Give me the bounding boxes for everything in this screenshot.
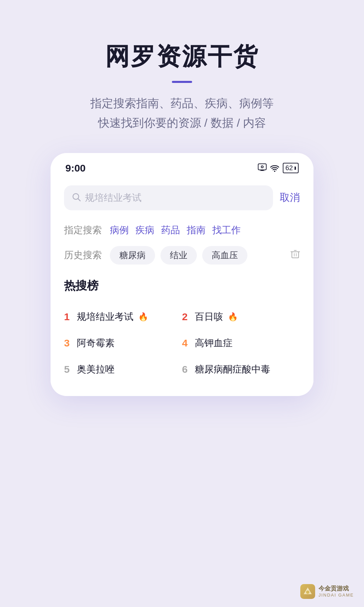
hot-search-title: 热搜榜 bbox=[64, 278, 300, 294]
hot-item-2[interactable]: 2 百日咳 🔥 bbox=[182, 304, 300, 330]
tag-binglie[interactable]: 病例 bbox=[110, 224, 129, 237]
status-icons: 62 bbox=[258, 163, 299, 173]
history-search-label: 历史搜索 bbox=[64, 249, 102, 262]
subtitle: 指定搜索指南、药品、疾病、病例等 快速找到你要的资源 / 数据 / 内容 bbox=[90, 94, 274, 133]
hot-rank-1: 1 bbox=[64, 311, 72, 323]
hot-rank-2: 2 bbox=[182, 311, 190, 323]
phone-mockup: 9:00 62 bbox=[51, 153, 313, 396]
battery-level: 62 bbox=[285, 164, 293, 172]
hot-name-6: 糖尿病酮症酸中毒 bbox=[195, 363, 270, 376]
tag-zhaowork[interactable]: 找工作 bbox=[212, 224, 241, 237]
hot-search-section: 热搜榜 1 规培结业考试 🔥 2 百日咳 🔥 3 阿奇霉素 bbox=[64, 278, 300, 383]
hot-rank-4: 4 bbox=[182, 337, 190, 349]
hot-rank-3: 3 bbox=[64, 337, 72, 349]
delete-history-icon[interactable] bbox=[291, 249, 300, 261]
main-title: 网罗资源干货 bbox=[105, 40, 259, 73]
hot-rank-5: 5 bbox=[64, 364, 72, 375]
tag-jibing[interactable]: 疾病 bbox=[135, 224, 154, 237]
wifi-icon bbox=[270, 164, 279, 172]
hot-name-2: 百日咳 bbox=[195, 310, 223, 323]
hot-rank-6: 6 bbox=[182, 364, 190, 375]
cancel-button[interactable]: 取消 bbox=[280, 191, 300, 205]
tag-zhinan[interactable]: 指南 bbox=[187, 224, 206, 237]
fire-icon-2: 🔥 bbox=[228, 312, 238, 322]
watermark-logo bbox=[300, 584, 315, 599]
tag-yaopin[interactable]: 药品 bbox=[161, 224, 180, 237]
designated-search-tags: 病例 疾病 药品 指南 找工作 bbox=[110, 224, 241, 237]
history-tag-gaoxueya[interactable]: 高血压 bbox=[202, 246, 247, 265]
svg-rect-7 bbox=[292, 252, 299, 258]
svg-rect-0 bbox=[258, 164, 266, 170]
history-tag-tangniao[interactable]: 糖尿病 bbox=[110, 246, 155, 265]
hot-item-1[interactable]: 1 规培结业考试 🔥 bbox=[64, 304, 182, 330]
svg-point-4 bbox=[274, 171, 275, 172]
status-bar: 9:00 62 bbox=[51, 153, 313, 180]
svg-point-13 bbox=[306, 590, 309, 594]
title-underline bbox=[172, 81, 192, 83]
hot-item-3[interactable]: 3 阿奇霉素 bbox=[64, 330, 182, 356]
watermark-line2: JINDAI GAME bbox=[318, 593, 354, 598]
designated-search-label: 指定搜索 bbox=[64, 224, 102, 237]
content-sections: 指定搜索 病例 疾病 药品 指南 找工作 历史搜索 糖尿病 结业 高血压 bbox=[51, 217, 313, 396]
history-tags: 糖尿病 结业 高血压 bbox=[110, 246, 300, 265]
search-input-wrapper[interactable]: 规培结业考试 bbox=[64, 185, 273, 210]
hot-item-6[interactable]: 6 糖尿病酮症酸中毒 bbox=[182, 356, 300, 383]
watermark: 今金贡游戏 JINDAI GAME bbox=[300, 584, 354, 599]
subtitle-line2: 快速找到你要的资源 / 数据 / 内容 bbox=[98, 116, 266, 129]
svg-point-3 bbox=[261, 166, 263, 168]
battery-tip bbox=[295, 166, 296, 170]
hot-name-5: 奥美拉唑 bbox=[77, 363, 115, 376]
hot-item-4[interactable]: 4 高钾血症 bbox=[182, 330, 300, 356]
search-placeholder: 规培结业考试 bbox=[85, 191, 142, 204]
hot-name-3: 阿奇霉素 bbox=[77, 337, 115, 350]
watermark-line1: 今金贡游戏 bbox=[318, 585, 354, 593]
hot-name-1: 规培结业考试 bbox=[77, 310, 133, 323]
watermark-text: 今金贡游戏 JINDAI GAME bbox=[318, 585, 354, 598]
hot-search-grid: 1 规培结业考试 🔥 2 百日咳 🔥 3 阿奇霉素 4 bbox=[64, 304, 300, 383]
search-icon bbox=[72, 193, 81, 203]
hot-item-5[interactable]: 5 奥美拉唑 bbox=[64, 356, 182, 383]
svg-line-6 bbox=[78, 199, 81, 201]
header-section: 网罗资源干货 指定搜索指南、药品、疾病、病例等 快速找到你要的资源 / 数据 /… bbox=[0, 0, 364, 153]
screen-record-icon bbox=[258, 163, 267, 173]
battery-icon: 62 bbox=[283, 163, 299, 173]
designated-search-row: 指定搜索 病例 疾病 药品 指南 找工作 bbox=[64, 224, 300, 237]
search-area: 规培结业考试 取消 bbox=[51, 180, 313, 217]
hot-name-4: 高钾血症 bbox=[195, 337, 233, 350]
subtitle-line1: 指定搜索指南、药品、疾病、病例等 bbox=[90, 97, 274, 110]
history-search-row: 历史搜索 糖尿病 结业 高血压 bbox=[64, 246, 300, 265]
fire-icon-1: 🔥 bbox=[138, 312, 148, 322]
history-tag-jieye[interactable]: 结业 bbox=[160, 246, 197, 265]
status-time: 9:00 bbox=[65, 162, 86, 174]
